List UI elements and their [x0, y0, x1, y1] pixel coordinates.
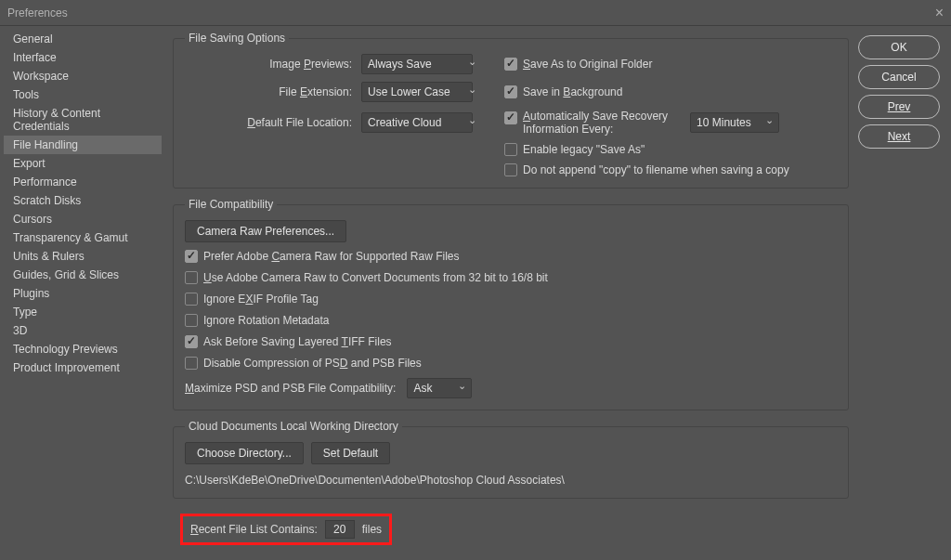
- image-previews-select[interactable]: Always Save: [361, 54, 473, 74]
- ok-button[interactable]: OK: [858, 35, 940, 59]
- close-icon[interactable]: ×: [935, 5, 944, 21]
- save-in-background-label: Save in Background: [523, 85, 622, 98]
- sidebar-item-workspace[interactable]: Workspace: [4, 67, 162, 85]
- sidebar-item-guides-grid-slices[interactable]: Guides, Grid & Slices: [4, 266, 162, 284]
- cloud-path-text: C:\Users\KdeBe\OneDrive\Documenten\Adobe…: [185, 474, 837, 487]
- recent-file-label: Recent File List Contains:: [190, 523, 318, 536]
- disable-psd-compression-label: Disable Compression of PSD and PSB Files: [203, 357, 422, 370]
- image-previews-label: Image Previews:: [185, 58, 352, 71]
- sidebar-item-cursors[interactable]: Cursors: [4, 210, 162, 228]
- file-compatibility-legend: File Compatibility: [185, 198, 277, 211]
- sidebar-item-3d[interactable]: 3D: [4, 321, 162, 340]
- recent-file-highlight: Recent File List Contains: files: [180, 514, 392, 545]
- recent-file-count-input[interactable]: [325, 520, 355, 539]
- default-file-location-label: Default File Location:: [185, 116, 352, 129]
- sidebar-item-technology-previews[interactable]: Technology Previews: [4, 340, 162, 358]
- file-extension-select[interactable]: Use Lower Case: [361, 82, 473, 102]
- ignore-exif-label: Ignore EXIF Profile Tag: [203, 293, 319, 306]
- sidebar-item-scratch-disks[interactable]: Scratch Disks: [4, 191, 162, 210]
- recent-file-suffix: files: [362, 523, 382, 536]
- sidebar-item-plugins[interactable]: Plugins: [4, 284, 162, 303]
- title-bar: Preferences ×: [0, 0, 951, 26]
- sidebar-item-transparency-gamut[interactable]: Transparency & Gamut: [4, 228, 162, 247]
- cancel-button[interactable]: Cancel: [858, 65, 940, 89]
- file-compatibility-group: File Compatibility Camera Raw Preference…: [173, 198, 849, 410]
- cloud-documents-group: Cloud Documents Local Working Directory …: [173, 420, 849, 499]
- sidebar-item-type[interactable]: Type: [4, 303, 162, 321]
- save-as-original-folder-label: Save As to Original Folder: [523, 58, 652, 71]
- maximize-compat-select[interactable]: Ask: [407, 378, 472, 398]
- window-title: Preferences: [7, 7, 68, 20]
- sidebar-item-units-rulers[interactable]: Units & Rulers: [4, 247, 162, 266]
- sidebar-item-general[interactable]: General: [4, 30, 162, 48]
- ignore-rotation-label: Ignore Rotation Metadata: [203, 314, 329, 327]
- use-acr-convert-checkbox[interactable]: [185, 271, 198, 284]
- use-acr-convert-label: Use Adobe Camera Raw to Convert Document…: [203, 271, 548, 284]
- default-file-location-select[interactable]: Creative Cloud: [361, 112, 473, 133]
- file-saving-options-group: File Saving Options Image Previews: Alwa…: [173, 32, 849, 189]
- sidebar-item-product-improvement[interactable]: Product Improvement: [4, 358, 162, 377]
- ask-before-tiff-checkbox[interactable]: [185, 335, 198, 348]
- dialog-buttons: OK Cancel Prev Next: [858, 26, 951, 560]
- prev-button[interactable]: Prev: [858, 95, 940, 119]
- sidebar-item-history-content-credentials[interactable]: History & Content Credentials: [4, 104, 162, 136]
- auto-save-recovery-checkbox[interactable]: [504, 111, 517, 124]
- sidebar-item-interface[interactable]: Interface: [4, 48, 162, 67]
- auto-save-interval-select[interactable]: 10 Minutes: [690, 112, 779, 133]
- enable-legacy-save-as-checkbox[interactable]: [504, 143, 517, 156]
- ignore-rotation-checkbox[interactable]: [185, 314, 198, 327]
- auto-save-recovery-label: Automatically Save Recovery Information …: [523, 110, 668, 136]
- choose-directory-button[interactable]: Choose Directory...: [185, 442, 304, 464]
- file-extension-label: File Extension:: [185, 85, 352, 98]
- prefer-camera-raw-checkbox[interactable]: [185, 250, 198, 263]
- sidebar-item-performance[interactable]: Performance: [4, 173, 162, 191]
- sidebar-item-export[interactable]: Export: [4, 154, 162, 173]
- cloud-documents-legend: Cloud Documents Local Working Directory: [185, 420, 402, 433]
- main-panel: File Saving Options Image Previews: Alwa…: [165, 26, 858, 560]
- ignore-exif-checkbox[interactable]: [185, 293, 198, 306]
- save-in-background-checkbox[interactable]: [504, 85, 517, 98]
- file-saving-options-legend: File Saving Options: [185, 32, 289, 45]
- maximize-compat-label: Maximize PSD and PSB File Compatibility:: [185, 382, 396, 395]
- disable-psd-compression-checkbox[interactable]: [185, 357, 198, 370]
- prefer-camera-raw-label: Prefer Adobe Camera Raw for Supported Ra…: [203, 250, 459, 263]
- sidebar-item-tools[interactable]: Tools: [4, 85, 162, 104]
- save-as-original-folder-checkbox[interactable]: [504, 58, 517, 71]
- sidebar: GeneralInterfaceWorkspaceToolsHistory & …: [0, 26, 165, 560]
- set-default-button[interactable]: Set Default: [311, 442, 390, 464]
- no-append-copy-label: Do not append "copy" to filename when sa…: [523, 163, 789, 176]
- sidebar-item-file-handling[interactable]: File Handling: [4, 136, 162, 154]
- no-append-copy-checkbox[interactable]: [504, 163, 517, 176]
- next-button[interactable]: Next: [858, 124, 940, 149]
- enable-legacy-save-as-label: Enable legacy "Save As": [523, 143, 645, 156]
- ask-before-tiff-label: Ask Before Saving Layered TIFF Files: [203, 335, 392, 348]
- camera-raw-preferences-button[interactable]: Camera Raw Preferences...: [185, 220, 346, 242]
